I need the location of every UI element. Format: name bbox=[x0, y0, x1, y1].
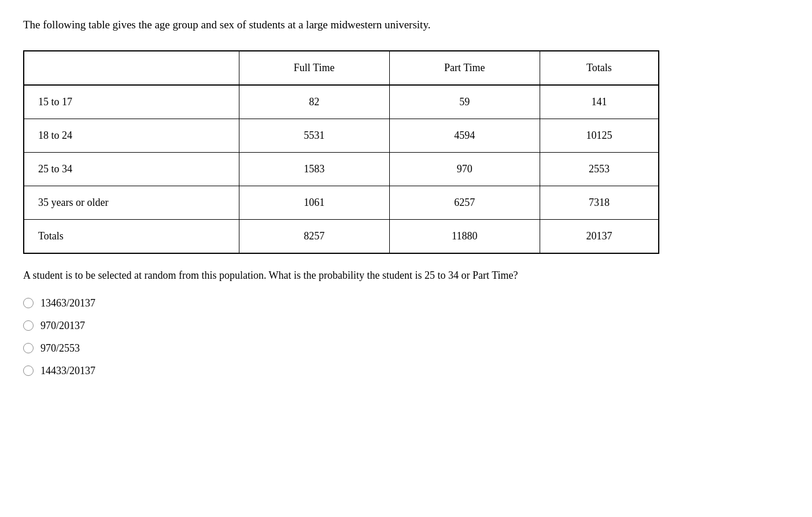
cell-r1-c2: 4594 bbox=[389, 119, 540, 152]
cell-r2-c3: 2553 bbox=[540, 152, 659, 186]
option-4-label: 14433/20137 bbox=[40, 365, 95, 377]
header-parttime: Part Time bbox=[389, 51, 540, 85]
data-table: Full Time Part Time Totals 15 to 1782591… bbox=[23, 50, 659, 254]
cell-r2-c0: 25 to 34 bbox=[24, 152, 239, 186]
cell-r2-c1: 1583 bbox=[239, 152, 389, 186]
cell-r0-c3: 141 bbox=[540, 85, 659, 119]
question-text: A student is to be selected at random fr… bbox=[23, 268, 659, 283]
table-header-row: Full Time Part Time Totals bbox=[24, 51, 659, 85]
cell-r4-c0: Totals bbox=[24, 219, 239, 253]
option-2-label: 970/20137 bbox=[40, 320, 85, 332]
header-fulltime: Full Time bbox=[239, 51, 389, 85]
radio-1[interactable] bbox=[23, 298, 34, 308]
option-4[interactable]: 14433/20137 bbox=[23, 365, 789, 377]
cell-r0-c2: 59 bbox=[389, 85, 540, 119]
option-1-label: 13463/20137 bbox=[40, 297, 95, 309]
table-row: 35 years or older106162577318 bbox=[24, 186, 659, 219]
option-2[interactable]: 970/20137 bbox=[23, 320, 789, 332]
table-row: Totals82571188020137 bbox=[24, 219, 659, 253]
cell-r2-c2: 970 bbox=[389, 152, 540, 186]
header-age bbox=[24, 51, 239, 85]
radio-2[interactable] bbox=[23, 320, 34, 331]
radio-3[interactable] bbox=[23, 343, 34, 353]
cell-r0-c1: 82 bbox=[239, 85, 389, 119]
cell-r3-c0: 35 years or older bbox=[24, 186, 239, 219]
header-totals: Totals bbox=[540, 51, 659, 85]
cell-r4-c1: 8257 bbox=[239, 219, 389, 253]
cell-r3-c3: 7318 bbox=[540, 186, 659, 219]
radio-4[interactable] bbox=[23, 365, 34, 376]
cell-r4-c2: 11880 bbox=[389, 219, 540, 253]
cell-r1-c0: 18 to 24 bbox=[24, 119, 239, 152]
table-row: 18 to 245531459410125 bbox=[24, 119, 659, 152]
cell-r3-c2: 6257 bbox=[389, 186, 540, 219]
cell-r1-c3: 10125 bbox=[540, 119, 659, 152]
cell-r4-c3: 20137 bbox=[540, 219, 659, 253]
answer-options: 13463/20137 970/20137 970/2553 14433/201… bbox=[23, 297, 789, 377]
intro-text: The following table gives the age group … bbox=[23, 17, 789, 33]
cell-r3-c1: 1061 bbox=[239, 186, 389, 219]
table-row: 15 to 178259141 bbox=[24, 85, 659, 119]
option-3[interactable]: 970/2553 bbox=[23, 342, 789, 354]
option-3-label: 970/2553 bbox=[40, 342, 80, 354]
cell-r1-c1: 5531 bbox=[239, 119, 389, 152]
option-1[interactable]: 13463/20137 bbox=[23, 297, 789, 309]
table-row: 25 to 3415839702553 bbox=[24, 152, 659, 186]
cell-r0-c0: 15 to 17 bbox=[24, 85, 239, 119]
